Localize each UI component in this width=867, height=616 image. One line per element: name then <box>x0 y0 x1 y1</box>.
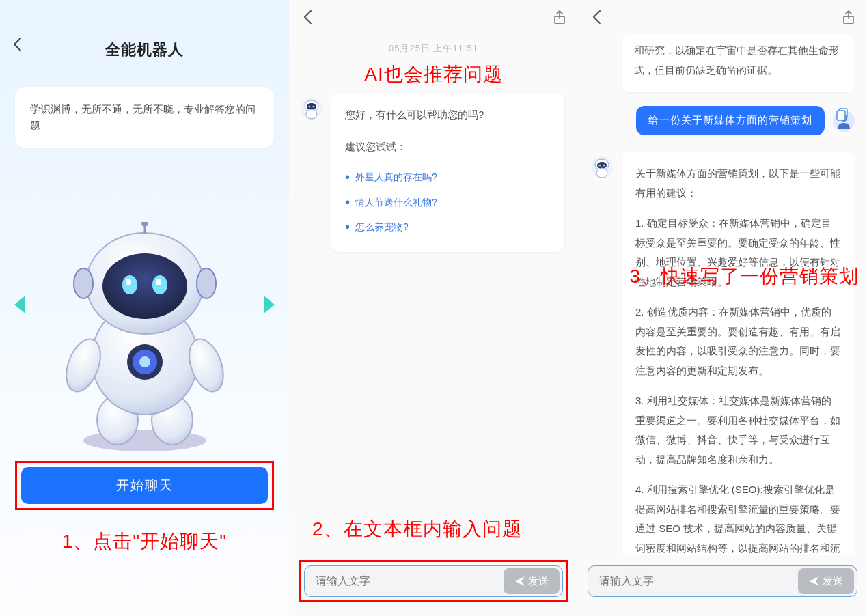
suggestion-link-0[interactable]: 外星人真的存在吗? <box>345 165 551 190</box>
svg-point-10 <box>74 268 93 298</box>
robot-illustration-area <box>0 175 289 455</box>
bot-avatar-icon <box>300 97 323 120</box>
try-label: 建议您试试： <box>345 137 551 157</box>
svg-point-33 <box>598 164 601 166</box>
ai-response-point-2: 2. 创造优质内容：在新媒体营销中，优质的内容是至关重要的。要创造有趣、有用、有… <box>635 303 841 380</box>
message-input-bar: 发送 <box>588 565 857 597</box>
svg-point-35 <box>596 168 607 178</box>
svg-point-13 <box>141 222 148 227</box>
send-icon <box>809 576 820 587</box>
send-label: 发送 <box>528 575 549 588</box>
share-icon[interactable] <box>549 7 570 27</box>
intro-panel: 全能机器人 学识渊博，无所不通，无所不晓，专业解答您的问题 <box>0 0 289 616</box>
annotation-recommend: AI也会推荐问题 <box>289 61 578 87</box>
ai-response-point-4: 4. 利用搜索引擎优化 (SEO):搜索引擎优化是提高网站排名和搜索引擎流量的重… <box>635 480 841 555</box>
message-input-bar: 发送 <box>304 565 563 597</box>
intro-description: 学识渊博，无所不通，无所不晓，专业解答您的问题 <box>15 87 274 148</box>
share-icon[interactable] <box>838 7 859 27</box>
back-icon[interactable] <box>12 37 23 48</box>
user-message-row: 给一份关于新媒体方面的营销策划 <box>590 106 855 135</box>
ai-message-row: 关于新媒体方面的营销策划，以下是一些可能有用的建议： 1. 确定目标受众：在新媒… <box>590 152 855 555</box>
annotation-step-1: 1、点击"开始聊天" <box>0 529 289 555</box>
response-panel: 和研究，以确定在宇宙中是否存在其他生命形式，但目前仍缺乏确凿的证据。 给一份关于… <box>578 0 867 616</box>
send-icon <box>514 576 525 587</box>
chat-header <box>289 0 578 34</box>
suggestion-panel: 05月25日 上午11:51 AI也会推荐问题 您好，有什么可以帮助您的吗? 建… <box>289 0 578 616</box>
start-button-highlight-box: 开始聊天 <box>15 461 274 510</box>
svg-point-24 <box>312 105 314 107</box>
send-label: 发送 <box>823 575 843 588</box>
back-icon[interactable] <box>586 7 607 27</box>
carousel-next-button[interactable] <box>259 291 281 318</box>
timestamp-label: 05月25日 上午11:51 <box>289 42 578 55</box>
start-chat-button[interactable]: 开始聊天 <box>21 467 268 504</box>
ai-message-partial: 和研究，以确定在宇宙中是否存在其他生命形式，但目前仍缺乏确凿的证据。 <box>622 34 855 92</box>
ai-greeting-bubble: 您好，有什么可以帮助您的吗? 建议您试试： 外星人真的存在吗? 情人节送什么礼物… <box>331 93 564 252</box>
svg-rect-28 <box>837 111 845 120</box>
input-highlight-box: 发送 <box>299 560 568 602</box>
chat-header <box>578 0 867 34</box>
svg-point-17 <box>126 279 131 285</box>
annotation-step-3: 3、快速写了一份营销策划 <box>629 264 859 290</box>
user-message-bubble: 给一份关于新媒体方面的营销策划 <box>636 106 825 135</box>
input-bar-wrap: 发送 <box>588 560 857 602</box>
ai-response-intro: 关于新媒体方面的营销策划，以下是一些可能有用的建议： <box>635 164 841 203</box>
ai-message-row: 您好，有什么可以帮助您的吗? 建议您试试： 外星人真的存在吗? 情人节送什么礼物… <box>289 87 578 252</box>
page-title: 全能机器人 <box>105 40 184 60</box>
svg-point-34 <box>603 164 605 166</box>
robot-icon <box>42 222 247 454</box>
message-input[interactable] <box>316 575 504 587</box>
annotation-step-2: 2、在文本框内输入问题 <box>289 516 578 542</box>
copy-icon[interactable] <box>836 107 851 124</box>
send-button[interactable]: 发送 <box>798 568 854 594</box>
intro-header: 全能机器人 <box>0 0 289 68</box>
suggestion-link-1[interactable]: 情人节送什么礼物? <box>345 190 551 215</box>
send-button[interactable]: 发送 <box>504 568 560 594</box>
suggestion-link-2[interactable]: 怎么养宠物? <box>345 214 551 240</box>
svg-point-6 <box>139 356 150 367</box>
svg-point-23 <box>308 105 310 107</box>
ai-response-point-3: 3. 利用社交媒体：社交媒体是新媒体营销的重要渠道之一。要利用各种社交媒体平台，… <box>635 391 841 469</box>
svg-point-14 <box>102 253 187 319</box>
svg-point-18 <box>156 279 161 285</box>
svg-point-11 <box>197 268 216 298</box>
chat-body: 和研究，以确定在宇宙中是否存在其他生命形式，但目前仍缺乏确凿的证据。 给一份关于… <box>578 34 867 555</box>
carousel-prev-button[interactable] <box>8 291 30 318</box>
greeting-text: 您好，有什么可以帮助您的吗? <box>345 105 551 125</box>
svg-point-25 <box>306 109 317 119</box>
bot-avatar-icon <box>590 156 614 179</box>
ai-response-bubble: 关于新媒体方面的营销策划，以下是一些可能有用的建议： 1. 确定目标受众：在新媒… <box>622 152 855 555</box>
back-icon[interactable] <box>297 7 318 27</box>
message-input[interactable] <box>599 575 798 587</box>
